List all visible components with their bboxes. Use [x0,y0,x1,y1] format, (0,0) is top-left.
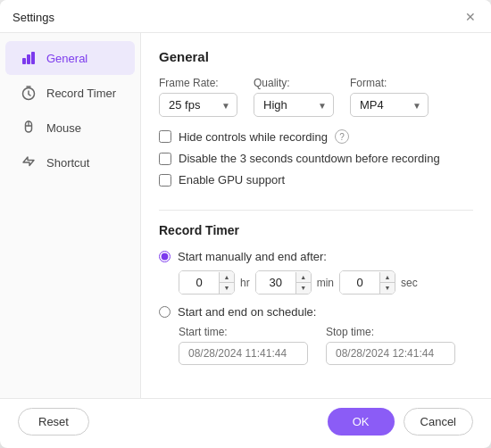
seconds-spinner: ▲ ▼ [339,270,395,295]
minutes-input[interactable] [256,271,295,294]
section-divider [159,210,473,211]
schedule-label[interactable]: Start and end on schedule: [178,305,316,319]
window-title: Settings [12,11,54,24]
enable-gpu-label[interactable]: Enable GPU support [179,173,285,187]
start-time-input[interactable] [179,342,308,365]
ok-button[interactable]: OK [328,408,395,436]
hours-input[interactable] [179,271,219,294]
stop-time-group: Stop time: [326,326,455,365]
hours-unit: hr [240,277,250,289]
sidebar-general-label: General [46,52,87,65]
minutes-up-btn[interactable]: ▲ [296,272,311,283]
hours-down-btn[interactable]: ▼ [220,283,234,294]
format-select-wrap: MP4 AVI MOV GIF ▼ [350,93,429,117]
mouse-icon [20,119,37,137]
disable-countdown-row: Disable the 3 seconds countdown before r… [159,152,473,165]
frame-rate-group: Frame Rate: 15 fps 25 fps 30 fps 60 fps … [159,77,237,117]
chart-icon [20,49,37,67]
quality-select-wrap: Low Medium High ▼ [254,93,334,117]
seconds-down-btn[interactable]: ▼ [380,283,395,294]
svg-rect-1 [27,54,30,64]
cancel-button[interactable]: Cancel [404,408,473,436]
enable-gpu-row: Enable GPU support [159,173,473,187]
disable-countdown-checkbox[interactable] [159,153,171,165]
stop-time-input[interactable] [326,342,455,365]
format-label: Format: [350,77,429,89]
record-timer-title: Record Timer [159,223,473,237]
checkbox-group: Hide controls while recording ? Disable … [159,129,473,187]
start-time-group: Start time: [179,326,308,365]
seconds-up-btn[interactable]: ▲ [380,272,395,283]
record-timer-section: Record Timer Start manually and end afte… [159,223,473,365]
minutes-arrows: ▲ ▼ [295,272,311,294]
svg-rect-0 [22,58,26,64]
content-area: General Record Timer [0,33,491,398]
sidebar-item-mouse[interactable]: Mouse [5,111,135,145]
timer-inputs: ▲ ▼ hr ▲ ▼ min [179,270,473,295]
enable-gpu-checkbox[interactable] [159,174,171,187]
svg-rect-2 [31,52,35,64]
hours-arrows: ▲ ▼ [219,272,234,294]
timer-icon [20,84,37,102]
hours-spinner: ▲ ▼ [179,270,235,295]
settings-window: Settings ✕ General [0,0,491,448]
manually-radio-row: Start manually and end after: [159,250,473,263]
sidebar-mouse-label: Mouse [46,121,81,135]
sidebar-item-record-timer[interactable]: Record Timer [5,76,135,110]
format-select[interactable]: MP4 AVI MOV GIF [350,93,429,117]
reset-button[interactable]: Reset [18,408,89,436]
shortcut-icon [20,153,37,171]
seconds-unit: sec [401,277,418,289]
sidebar: General Record Timer [0,33,141,398]
disable-countdown-label[interactable]: Disable the 3 seconds countdown before r… [179,152,440,165]
seconds-input[interactable] [340,271,379,294]
footer: Reset OK Cancel [0,398,491,448]
frame-rate-label: Frame Rate: [159,77,237,89]
sidebar-item-general[interactable]: General [5,41,135,75]
minutes-spinner: ▲ ▼ [255,270,312,295]
frame-rate-select-wrap: 15 fps 25 fps 30 fps 60 fps ▼ [159,93,237,117]
hours-up-btn[interactable]: ▲ [220,272,234,283]
quality-label: Quality: [254,77,334,89]
sidebar-shortcut-label: Shortcut [46,156,89,170]
hide-controls-row: Hide controls while recording ? [159,129,473,144]
minutes-unit: min [317,277,334,289]
schedule-radio-row: Start and end on schedule: [159,305,473,319]
seconds-arrows: ▲ ▼ [379,272,395,294]
start-time-label: Start time: [179,326,308,338]
hide-controls-label[interactable]: Hide controls while recording [179,130,328,144]
sidebar-record-timer-label: Record Timer [46,87,116,100]
dropdowns-row: Frame Rate: 15 fps 25 fps 30 fps 60 fps … [159,77,473,117]
hide-controls-checkbox[interactable] [159,130,171,143]
general-section-title: General [159,49,473,64]
footer-right: OK Cancel [328,408,473,436]
schedule-radio[interactable] [159,306,171,318]
quality-group: Quality: Low Medium High ▼ [254,77,334,117]
schedule-inputs: Start time: Stop time: [179,326,473,365]
sidebar-item-shortcut[interactable]: Shortcut [5,145,135,179]
close-button[interactable]: ✕ [462,9,479,25]
help-icon[interactable]: ? [335,129,349,144]
stop-time-label: Stop time: [326,326,455,338]
quality-select[interactable]: Low Medium High [254,93,334,117]
format-group: Format: MP4 AVI MOV GIF ▼ [350,77,429,117]
manually-label[interactable]: Start manually and end after: [178,250,327,263]
manually-radio[interactable] [159,251,171,262]
main-panel: General Frame Rate: 15 fps 25 fps 30 fps… [141,33,491,398]
minutes-down-btn[interactable]: ▼ [296,283,311,294]
titlebar: Settings ✕ [0,0,491,33]
frame-rate-select[interactable]: 15 fps 25 fps 30 fps 60 fps [159,93,237,117]
